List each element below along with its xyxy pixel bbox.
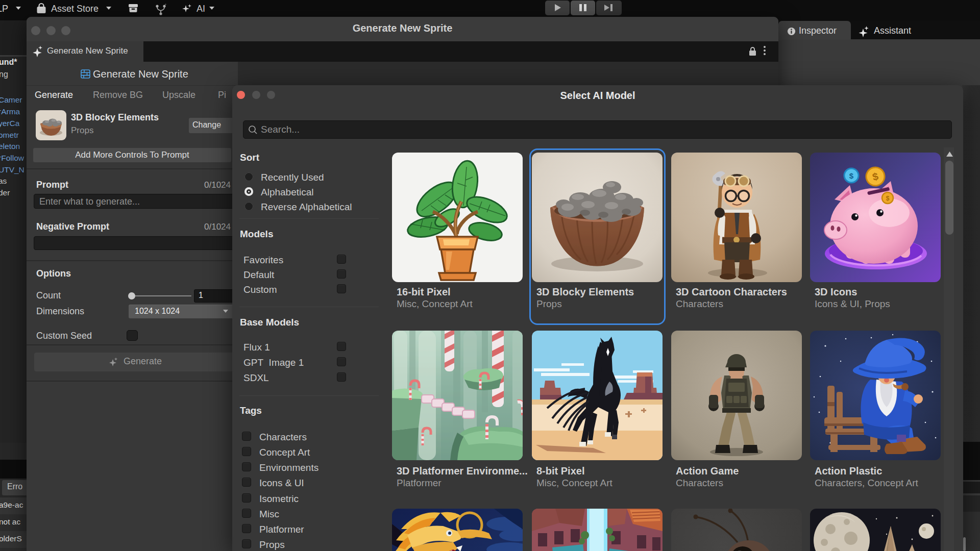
svg-text:$: $ [886,195,890,202]
svg-text:$: $ [849,171,854,180]
